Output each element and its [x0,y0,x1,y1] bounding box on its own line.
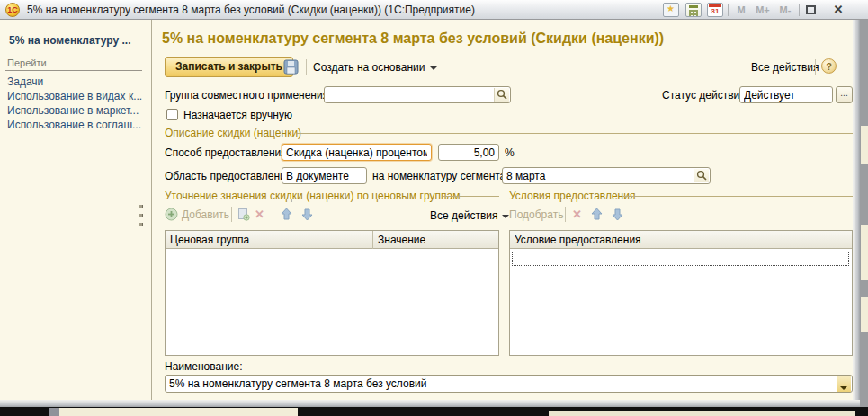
splitter-handle[interactable] [139,214,143,217]
status-more-button[interactable]: ... [836,86,853,103]
title-bar[interactable]: 1С 5% на номенклатуру сегмента 8 марта б… [0,0,868,20]
all-actions-button[interactable]: Все действия [751,58,830,77]
navigation-sidebar: 5% на номенклатуру ... Перейти Задачи Ис… [0,20,152,400]
create-from-button[interactable]: Создать на основании [313,58,437,77]
percent-field[interactable] [438,144,499,161]
search-icon[interactable] [694,169,709,182]
name-label: Наименование: [165,360,243,373]
section-rule [622,196,853,197]
table-header: Ценовая группа Значение [166,231,498,249]
table-all-actions-button[interactable]: Все действия [430,206,509,226]
table-header: Условие предоставления [510,231,852,249]
conditions-table[interactable]: Условие предоставления [509,230,853,356]
delete-icon[interactable]: ✕ [572,208,582,221]
save-icon[interactable] [283,59,299,78]
splitter-handle[interactable] [139,223,143,226]
titlebar-separator [799,4,800,16]
group-input[interactable] [325,87,510,102]
group-field[interactable] [324,86,511,103]
sidebar-divider [5,70,142,71]
status-field[interactable] [739,86,833,103]
page-title: 5% на номенклатуру сегмента 8 марта без … [162,31,664,47]
percent-unit-label: % [505,146,515,159]
sidebar-item-usage-kinds[interactable]: Использование в видах к... [7,90,142,102]
delete-icon[interactable]: ✕ [255,208,264,221]
focused-empty-row[interactable] [512,252,849,266]
calendar-icon[interactable]: 31 [707,3,723,17]
column-condition[interactable]: Условие предоставления [510,231,852,249]
segment-input[interactable] [503,168,710,183]
area-input[interactable] [282,168,366,183]
search-icon[interactable] [494,88,509,102]
method-label: Способ предоставления: [165,146,290,159]
background-window-bottom [0,407,868,416]
name-field[interactable] [165,375,853,393]
conditions-section-title: Условия предоставления [509,190,635,202]
column-value[interactable]: Значение [373,231,499,249]
method-input[interactable] [282,145,431,160]
app-window: 1С 5% на номенклатуру сегмента 8 марта б… [0,0,868,416]
window-frame-bottom [0,400,860,407]
move-up-icon[interactable] [280,208,293,225]
manual-assignment-label: Назначается вручную [183,109,292,121]
background-window-strip [860,20,868,407]
add-icon[interactable] [165,208,178,225]
price-groups-section-title: Уточнение значения скидки (наценки) по ц… [165,190,460,202]
calculator-icon[interactable] [685,3,702,17]
sidebar-nav-header: Перейти [7,58,47,68]
favorites-icon[interactable] [663,3,679,17]
add-copy-icon[interactable] [237,208,250,225]
chevron-down-icon [840,386,847,390]
toolbar-separator [231,207,232,222]
toolbar-separator [815,59,816,75]
description-section-title: Описание скидки (наценки) [165,127,301,139]
section-rule [297,133,853,134]
memory-plus-button[interactable]: M+ [752,0,774,20]
manual-assignment-checkbox[interactable] [166,109,178,120]
status-input[interactable] [740,87,832,102]
sidebar-item-tasks[interactable]: Задачи [7,75,43,88]
area-label: Область предоставления: [165,170,295,182]
segment-label: на номенклатуру сегмента: [372,170,509,182]
save-and-close-button[interactable]: Записать и закрыть [165,57,293,77]
help-button[interactable]: ? [821,58,837,74]
name-input[interactable] [166,376,852,392]
price-groups-table[interactable]: Ценовая группа Значение [165,230,499,356]
move-down-icon[interactable] [611,208,624,225]
area-dropdown[interactable] [282,167,367,184]
memory-recall-button[interactable]: M [732,0,750,20]
section-rule [443,196,499,197]
pick-button[interactable]: Подобрать [509,208,563,221]
calendar-day: 31 [708,7,722,15]
name-dropdown-button[interactable] [837,376,851,392]
titlebar-separator [728,4,729,16]
sidebar-item-usage-marketing[interactable]: Использование в маркет... [7,104,139,117]
percent-input[interactable] [439,145,498,160]
close-button[interactable]: ✕ [829,0,847,20]
window-frame-right [853,20,860,407]
group-label: Группа совместного применения: [165,89,332,102]
sidebar-current-item[interactable]: 5% на номенклатуру ... [9,34,130,47]
segment-field[interactable] [502,167,711,184]
move-up-icon[interactable] [590,208,604,225]
sidebar-item-usage-agreements[interactable]: Использование в соглаш... [7,119,141,131]
method-dropdown[interactable] [282,144,432,161]
add-button[interactable]: Добавить [182,208,229,221]
window-title: 5% на номенклатуру сегмента 8 марта без … [27,0,475,20]
move-down-icon[interactable] [300,208,314,225]
1c-logo-icon: 1С [5,3,20,17]
maximize-button[interactable] [806,5,816,14]
splitter-handle[interactable] [139,205,143,208]
memory-minus-button[interactable]: M- [774,0,796,20]
column-price-group[interactable]: Ценовая группа [166,231,371,249]
toolbar-separator [306,59,307,75]
toolbar-separator [273,207,273,222]
chevron-down-icon [430,66,437,70]
toolbar-separator [565,207,566,222]
status-label: Статус действия: [662,89,748,102]
